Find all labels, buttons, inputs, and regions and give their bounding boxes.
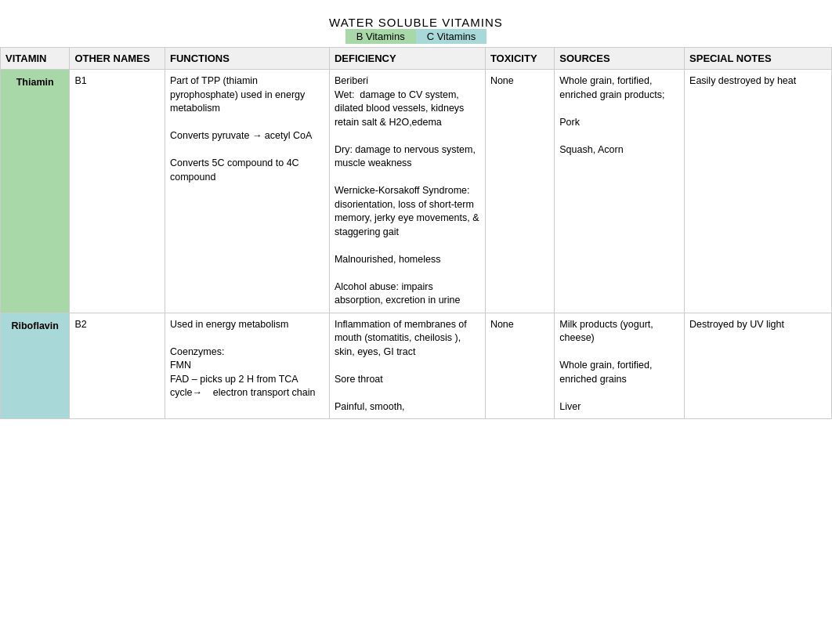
table-row: ThiaminB1Part of TPP (thiamin pyrophosph… [1, 70, 832, 313]
title-section: WATER SOLUBLE VITAMINS B Vitamins C Vita… [0, 16, 832, 44]
deficiency-cell: Beriberi Wet: damage to CV system, dilat… [329, 70, 485, 313]
functions-cell: Used in energy metabolism Coenzymes: FMN… [165, 313, 329, 419]
tab-row: B Vitamins C Vitamins [0, 29, 832, 44]
sources-cell: Milk products (yogurt, cheese) Whole gra… [555, 313, 685, 419]
tab-c-vitamins[interactable]: C Vitamins [416, 29, 487, 44]
col-header-toxicity: TOXICITY [485, 48, 554, 70]
functions-cell: Part of TPP (thiamin pyrophosphate) used… [165, 70, 329, 313]
col-header-sources: SOURCES [555, 48, 685, 70]
special-notes-cell: Destroyed by UV light [685, 313, 832, 419]
sources-cell: Whole grain, fortified, enriched grain p… [555, 70, 685, 313]
col-header-deficiency: DEFICIENCY [329, 48, 485, 70]
other-names-cell: B1 [70, 70, 165, 313]
vitamins-table: VITAMIN OTHER NAMES FUNCTIONS DEFICIENCY… [0, 47, 832, 419]
toxicity-cell: None [485, 70, 554, 313]
tab-b-vitamins[interactable]: B Vitamins [345, 29, 416, 44]
main-title: WATER SOLUBLE VITAMINS [0, 16, 832, 29]
col-header-other-names: OTHER NAMES [70, 48, 165, 70]
page: WATER SOLUBLE VITAMINS B Vitamins C Vita… [0, 0, 832, 644]
col-header-functions: FUNCTIONS [165, 48, 329, 70]
toxicity-cell: None [485, 313, 554, 419]
deficiency-cell: Inflammation of membranes of mouth (stom… [329, 313, 485, 419]
other-names-cell: B2 [70, 313, 165, 419]
table-row: RiboflavinB2Used in energy metabolism Co… [1, 313, 832, 419]
vitamin-name-riboflavin: Riboflavin [1, 313, 70, 419]
header-row: VITAMIN OTHER NAMES FUNCTIONS DEFICIENCY… [1, 48, 832, 70]
col-header-special-notes: SPECIAL NOTES [685, 48, 832, 70]
special-notes-cell: Easily destroyed by heat [685, 70, 832, 313]
vitamin-name-thiamin: Thiamin [1, 70, 70, 313]
col-header-vitamin: VITAMIN [1, 48, 70, 70]
